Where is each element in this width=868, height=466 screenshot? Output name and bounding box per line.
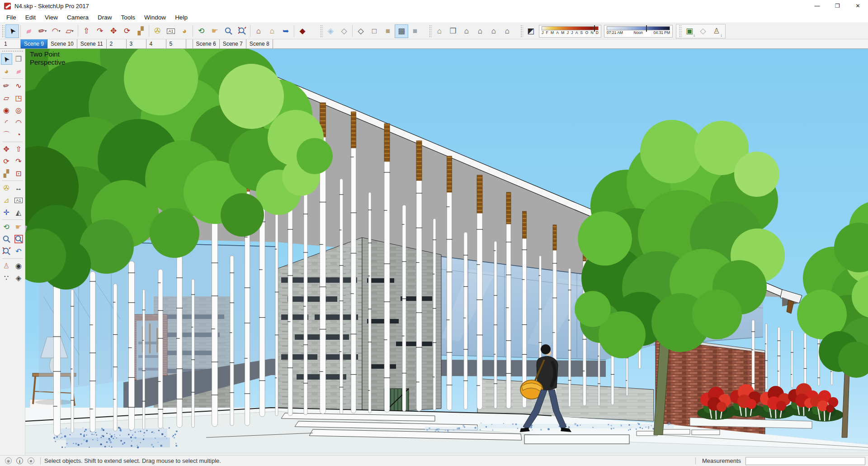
three-point-arc-button[interactable]: ⌒ <box>1 129 12 140</box>
paint-bucket-button[interactable]: ◕ <box>178 24 191 38</box>
look-around-button[interactable]: ◉ <box>13 260 24 271</box>
scene-tab-scene-7[interactable]: Scene 7 <box>220 39 246 48</box>
toggle-terrain-button[interactable]: ◇ <box>696 24 710 38</box>
send-to-layout-button[interactable]: ➥ <box>279 24 292 38</box>
rotate-button[interactable]: ⟳ <box>120 24 134 38</box>
shadow-time-slider[interactable]: 07:21 AMNoon04:31 PM <box>604 25 673 38</box>
section-plane-button[interactable]: ◈ <box>13 272 24 284</box>
view-back-button[interactable]: ⌂ <box>487 24 500 38</box>
menu-draw[interactable]: Draw <box>93 12 117 23</box>
scene-tab-1[interactable]: 1 <box>1 39 21 48</box>
xray-button[interactable]: ◈ <box>324 24 337 38</box>
text-button[interactable]: A1 <box>164 24 178 38</box>
menu-tools[interactable]: Tools <box>117 12 140 23</box>
view-top-button[interactable]: ❒ <box>446 24 460 38</box>
scale-button[interactable]: ▞ <box>134 24 147 38</box>
geolocation-status[interactable]: ◉ <box>5 457 12 464</box>
monochrome-button[interactable]: ■ <box>408 24 422 38</box>
add-location-button[interactable]: ▣↓ <box>683 24 696 38</box>
select-button[interactable]: ➤ <box>1 53 12 65</box>
circle-button[interactable]: ◉ <box>1 105 12 116</box>
axes-button[interactable]: ✛ <box>1 207 12 218</box>
paint-bucket-button[interactable]: ◕ <box>1 66 12 77</box>
arc-button[interactable]: ◜ <box>1 117 12 128</box>
minimize-button[interactable]: — <box>807 0 827 12</box>
share-model-button[interactable]: ⌂ <box>265 24 279 38</box>
zoom-button[interactable] <box>222 24 235 38</box>
pie-button[interactable]: ◔ <box>13 129 24 140</box>
rectangle-button[interactable]: ▱▾ <box>63 24 76 38</box>
orbit-button[interactable]: ⟲ <box>1 221 12 233</box>
month-slider-handle[interactable] <box>594 25 595 32</box>
scene-tab-2[interactable]: 2 <box>107 39 127 48</box>
text-button[interactable]: A1 <box>13 195 24 206</box>
extension-warehouse-button[interactable]: ◆ <box>296 24 309 38</box>
rotate-button[interactable]: ⟳ <box>1 156 12 167</box>
rotated-rectangle-button[interactable]: ◳ <box>13 92 24 104</box>
line-button[interactable]: ✏ <box>1 80 12 91</box>
dimension-button[interactable]: ↔ <box>13 182 24 194</box>
freehand-button[interactable]: ∿ <box>13 80 24 91</box>
view-left-button[interactable]: ⌂ <box>500 24 514 38</box>
position-camera-button[interactable]: ♙ <box>1 260 12 271</box>
view-iso-button[interactable]: ⌂ <box>433 24 446 38</box>
back-edges-button[interactable]: ◇ <box>337 24 351 38</box>
3d-warehouse-button[interactable]: ⌂ <box>252 24 265 38</box>
scale-button[interactable]: ▞ <box>1 168 12 179</box>
protractor-button[interactable]: ⊿ <box>1 195 12 206</box>
shaded-with-textures-button[interactable]: ▩ <box>395 24 408 38</box>
polygon-button[interactable]: ◎ <box>13 105 24 116</box>
shadow-month-slider[interactable]: JFMAMJJASOND <box>539 25 601 38</box>
make-component-button[interactable]: ❒ <box>13 53 24 65</box>
hidden-line-button[interactable]: □ <box>368 24 381 38</box>
zoom-window-button[interactable] <box>13 233 24 245</box>
previous-button[interactable]: ↶ <box>13 246 24 257</box>
push-pull-button[interactable]: ⇧ <box>13 143 24 155</box>
follow-me-button[interactable]: ↷ <box>93 24 107 38</box>
menu-view[interactable]: View <box>40 12 62 23</box>
scene-tab-4[interactable]: 4 <box>146 39 166 48</box>
two-point-arc-button[interactable]: ◠ <box>13 117 24 128</box>
pan-button[interactable]: ☛ <box>208 24 222 38</box>
maximize-button[interactable]: ❐ <box>827 0 848 12</box>
tape-measure-button[interactable]: ✇ <box>151 24 164 38</box>
3d-text-button[interactable]: ◭ <box>13 207 24 218</box>
scene-tab-scene-6[interactable]: Scene 6 <box>193 39 220 48</box>
view-right-button[interactable]: ⌂ <box>473 24 487 38</box>
signin-status[interactable]: ☻ <box>28 457 34 464</box>
zoom-button[interactable] <box>1 233 12 245</box>
view-front-button[interactable]: ⌂ <box>460 24 473 38</box>
move-button[interactable]: ✥ <box>1 143 12 155</box>
photo-textures-button[interactable]: ♙↓ <box>710 24 723 38</box>
scene-tab-5[interactable]: 5 <box>166 39 186 48</box>
menu-file[interactable]: File <box>2 12 21 23</box>
menu-window[interactable]: Window <box>140 12 170 23</box>
menu-camera[interactable]: Camera <box>62 12 93 23</box>
select-button[interactable]: ➤ <box>5 24 19 38</box>
offset-button[interactable]: ⊡ <box>13 168 24 179</box>
scene-tab-scene-9[interactable]: Scene 9 <box>21 39 47 48</box>
time-slider-handle[interactable] <box>646 25 647 32</box>
menu-edit[interactable]: Edit <box>21 12 40 23</box>
time-slider-track[interactable] <box>607 26 670 30</box>
credits-status[interactable]: i <box>16 457 23 464</box>
walk-button[interactable]: ∵ <box>1 272 12 284</box>
shadows-toggle-button[interactable]: ◩ <box>524 24 538 38</box>
shaded-button[interactable]: ■ <box>381 24 395 38</box>
model-viewport[interactable]: Two PointPerspective <box>25 49 868 455</box>
orbit-button[interactable]: ⟲ <box>194 24 208 38</box>
push-pull-button[interactable]: ⇧ <box>80 24 93 38</box>
scene-tab-scene-8[interactable]: Scene 8 <box>246 39 273 48</box>
arc-dropdown-icon[interactable]: ▾ <box>58 29 60 33</box>
month-slider-track[interactable] <box>542 26 599 30</box>
move-button[interactable]: ✥ <box>107 24 120 38</box>
scene-tab-scene-11[interactable]: Scene 11 <box>77 39 107 48</box>
arc-button[interactable]: ◠▾ <box>49 24 63 38</box>
follow-me-button[interactable]: ↷ <box>13 156 24 167</box>
rectangle-button[interactable]: ▱ <box>1 92 12 104</box>
scene-tab-scene-10[interactable]: Scene 10 <box>47 39 77 48</box>
line-button[interactable]: ✏▾ <box>36 24 49 38</box>
pan-button[interactable]: ☛ <box>13 221 24 233</box>
rectangle-dropdown-icon[interactable]: ▾ <box>72 29 74 33</box>
measurements-input[interactable] <box>745 457 865 465</box>
